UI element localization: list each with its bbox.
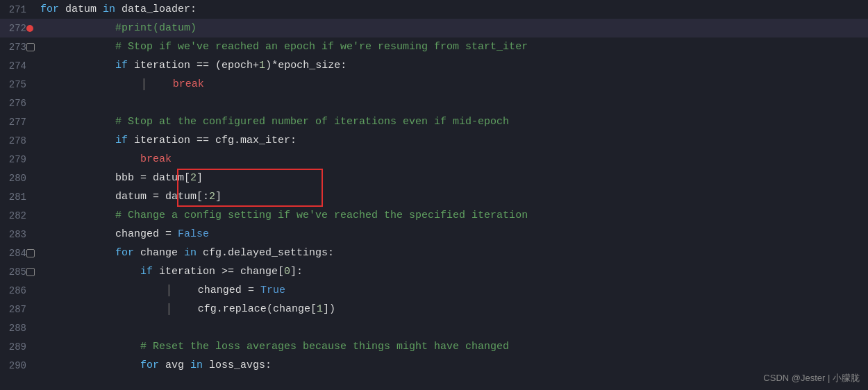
line-number-287: 287 [0,304,35,315]
code-line-280: 280 bbb = datum[2] [0,169,868,187]
line-content-281: datum = datum[:2] [35,187,868,206]
code-line-287: 287 | cfg.replace(change[1]) [0,300,868,319]
line-number-277: 277 [0,117,35,128]
line-number-283: 283 [0,229,35,240]
line-number-271: 271 [0,4,35,15]
sidebar-284 [26,249,35,257]
code-line-274: 274 if iteration == (epoch+1)*epoch_size… [0,56,868,75]
line-number-280: 280 [0,173,35,184]
boxed-lines-container: 280 bbb = datum[2] 281 datum = datum[:2] [0,169,868,206]
code-line-283: 283 changed = False [0,225,868,244]
sidebar-273 [26,43,35,51]
line-content-275: | break [35,75,868,94]
code-line-273: 273 # Stop if we've reached an epoch if … [0,37,868,56]
line-content-271: for datum in data_loader: [35,0,868,19]
line-content-286: | changed = True [35,281,868,300]
code-line-288: 288 [0,319,868,337]
line-content-284: for change in cfg.delayed_settings: [35,244,868,262]
code-line-275: 275 | break [0,75,868,94]
line-number-274: 274 [0,60,35,71]
line-content-287: | cfg.replace(change[1]) [35,300,868,319]
line-content-290: for avg in loss_avgs: [35,356,868,375]
line-content-279: break [35,150,868,169]
code-line-285: 285 if iteration >= change[0]: [0,262,868,281]
line-number-276: 276 [0,98,35,109]
code-line-271: 271 for datum in data_loader: [0,0,868,19]
line-number-278: 278 [0,135,35,146]
line-content-274: if iteration == (epoch+1)*epoch_size: [35,56,868,75]
line-content-289: # Reset the loss averages because things… [35,337,868,356]
line-content-288 [35,319,868,337]
line-content-283: changed = False [35,225,868,244]
code-line-276: 276 [0,94,868,112]
line-content-272: #print(datum) [35,19,868,37]
line-number-275: 275 [0,79,35,90]
line-content-276 [35,94,868,112]
code-line-272: 272 #print(datum) [0,19,868,37]
line-number-288: 288 [0,323,35,334]
line-number-279: 279 [0,154,35,165]
code-line-284: 284 for change in cfg.delayed_settings: [0,244,868,262]
line-content-278: if iteration == cfg.max_iter: [35,131,868,150]
code-line-282: 282 # Change a config setting if we've r… [0,206,868,225]
code-editor: 271 for datum in data_loader: 272 #print… [0,0,868,390]
code-line-286: 286 | changed = True [0,281,868,300]
line-content-273: # Stop if we've reached an epoch if we'r… [35,37,868,56]
code-line-279: 279 break [0,150,868,169]
line-content-277: # Stop at the configured number of itera… [35,112,868,131]
code-line-290: 290 for avg in loss_avgs: [0,356,868,375]
line-content-282: # Change a config setting if we've reach… [35,206,868,225]
line-number-282: 282 [0,210,35,221]
breakpoint-272 [26,25,33,32]
line-content-285: if iteration >= change[0]: [35,262,868,281]
line-number-290: 290 [0,360,35,371]
code-line-277: 277 # Stop at the configured number of i… [0,112,868,131]
line-number-289: 289 [0,341,35,353]
line-number-286: 286 [0,285,35,296]
code-line-281: 281 datum = datum[:2] [0,187,868,206]
code-line-289: 289 # Reset the loss averages because th… [0,337,868,356]
line-number-281: 281 [0,192,35,203]
sidebar-285 [26,268,35,276]
line-content-280: bbb = datum[2] [35,169,868,187]
code-line-278: 278 if iteration == cfg.max_iter: [0,131,868,150]
watermark: CSDN @Jester | 小朦胧 [763,372,860,384]
